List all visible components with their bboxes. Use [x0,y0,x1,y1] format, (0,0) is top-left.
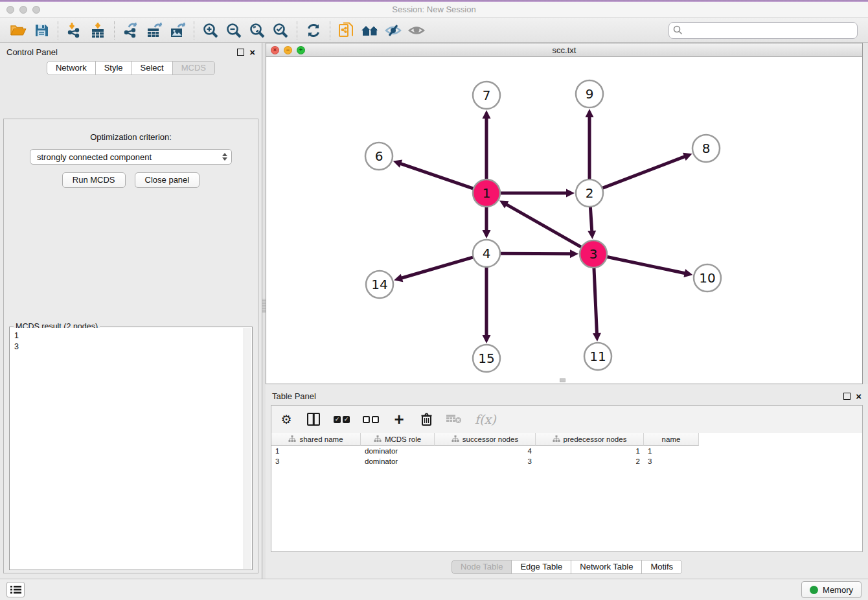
zoom-in-button[interactable] [199,21,222,40]
search-icon [673,25,683,35]
edge-arrow-icon [588,231,596,239]
edge-4-14[interactable] [401,257,473,278]
column-header-MCDS-role[interactable]: MCDS role [361,433,435,446]
task-history-button[interactable] [6,582,25,597]
mcds-result-text[interactable]: 1 3 [10,328,244,569]
table-cell: dominator [361,447,435,455]
column-header-predecessor-nodes[interactable]: predecessor nodes [536,433,644,446]
mcds-result-group: MCDS result (2 nodes) 1 3 [9,327,253,570]
column-header-successor-nodes[interactable]: successor nodes [435,433,536,446]
table-row[interactable]: 1dominator411 [271,446,862,456]
import-table-button[interactable] [86,21,109,40]
eye-icon [407,23,426,38]
dropdown-stepper-icon [222,153,227,161]
duplicate-network-button[interactable] [335,21,358,40]
select-all-columns-button[interactable]: ✓✓ [334,411,350,428]
memory-status-icon [810,586,818,594]
control-panel-title: Control Panel [6,47,58,57]
export-table-button[interactable] [143,21,166,40]
delete-table-icon [446,414,462,424]
edge-3-1[interactable] [506,204,581,247]
table-options-button[interactable]: ⚙ [279,411,293,428]
zoom-selected-icon [272,22,289,39]
export-network-icon [122,22,139,39]
edge-2-3[interactable] [590,207,591,232]
column-header-name[interactable]: name [644,433,699,446]
memory-button[interactable]: Memory [801,581,862,598]
optimization-criterion-label: Optimization criterion: [90,132,172,142]
float-table-panel-icon[interactable] [843,393,851,400]
column-header-shared-name[interactable]: shared name [271,433,361,446]
table-cell: 3 [271,457,361,465]
float-panel-icon[interactable] [237,49,244,56]
graph-node-label-11: 11 [589,349,606,364]
close-panel-button[interactable]: Close panel [135,172,200,188]
graph-node-label-15: 15 [478,351,494,366]
function-builder-button[interactable]: f(x) [475,411,496,428]
table-cell: 3 [435,457,536,465]
graph-node-label-7: 7 [483,87,491,103]
table-cell: 2 [536,457,644,465]
show-all-button[interactable] [358,21,382,40]
close-table-panel-icon[interactable]: × [856,393,862,400]
edge-4-3[interactable] [501,253,571,254]
edge-3-11[interactable] [594,268,597,334]
run-mcds-button[interactable]: Run MCDS [62,172,126,188]
save-icon [34,23,49,38]
export-table-icon [146,22,163,39]
main-toolbar [0,18,868,43]
edge-arrow-icon [566,189,575,198]
delete-table-button[interactable] [446,411,462,428]
open-folder-icon [10,23,27,38]
export-image-button[interactable] [166,21,189,40]
graph-node-label-2: 2 [586,185,594,201]
edge-arrow-icon [586,109,594,117]
table-tab-edge-table[interactable]: Edge Table [511,560,571,574]
table-row[interactable]: 3dominator323 [271,456,862,467]
fx-icon: f(x) [475,412,496,426]
homes-icon [360,23,380,38]
tab-select[interactable]: Select [131,61,173,75]
column-share-icon [288,435,296,443]
save-session-button[interactable] [30,21,53,40]
plus-icon: + [394,413,404,426]
table-tab-node-table[interactable]: Node Table [451,560,512,574]
hide-selected-button[interactable] [382,21,405,40]
graph-node-label-1: 1 [483,185,491,201]
graph-node-label-14: 14 [371,277,387,292]
table-tab-network-table[interactable]: Network Table [571,560,642,574]
zoom-fit-button[interactable] [246,21,269,40]
import-network-button[interactable] [63,21,86,40]
close-panel-icon[interactable]: × [249,49,255,56]
tab-mcds[interactable]: MCDS [172,61,215,75]
tab-style[interactable]: Style [95,61,132,75]
table-tab-motifs[interactable]: Motifs [641,560,682,574]
zoom-out-button[interactable] [222,21,246,40]
show-column-panel-button[interactable] [306,411,321,428]
window-title: Session: New Session [0,5,868,14]
add-column-button[interactable]: + [392,411,406,428]
mcds-panel: Optimization criterion: strongly connect… [3,119,258,573]
edge-1-6[interactable] [400,163,473,189]
edge-2-8[interactable] [603,156,686,188]
list-icon [10,585,21,594]
table-cell: 3 [644,457,699,465]
network-window-titlebar[interactable]: × − + scc.txt [266,43,862,57]
zoom-selected-button[interactable] [269,21,292,40]
export-network-button[interactable] [119,21,143,40]
table-cell: 4 [435,447,536,455]
show-hidden-button[interactable] [405,21,428,40]
refresh-button[interactable] [302,21,325,40]
deselect-all-columns-button[interactable] [363,411,379,428]
criterion-dropdown[interactable]: strongly connected component [30,149,232,165]
edge-arrow-icon [393,160,402,168]
edge-3-10[interactable] [608,257,686,273]
result-scrollbar[interactable] [244,328,251,569]
network-hscroll-handle[interactable] [560,378,565,382]
open-file-button[interactable] [6,21,30,40]
tab-network[interactable]: Network [47,61,96,75]
table-header-row: shared nameMCDS rolesuccessor nodesprede… [271,433,862,446]
delete-column-button[interactable] [419,411,433,428]
network-canvas[interactable]: 7968124314101511 [266,57,862,384]
search-input[interactable] [668,22,858,39]
